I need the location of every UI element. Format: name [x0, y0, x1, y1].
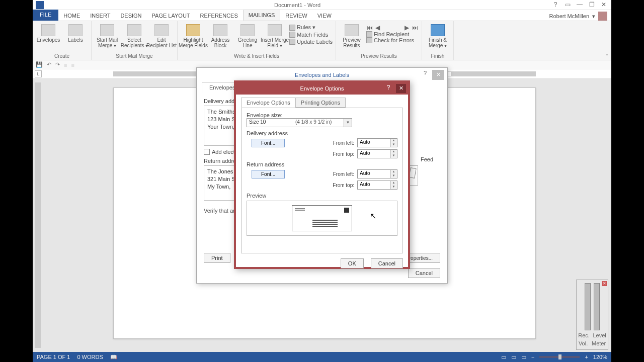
tab-review[interactable]: REVIEW — [280, 11, 312, 21]
tab-home[interactable]: HOME — [58, 11, 85, 21]
minimize-icon[interactable]: — — [575, 2, 584, 9]
highlight-merge-fields-button[interactable]: Highlight Merge Fields — [181, 22, 206, 52]
dialog1-title: Envelopes and Labels — [295, 72, 349, 78]
dialog1-close-icon[interactable]: ✕ — [432, 70, 444, 80]
view-web-icon[interactable]: ▭ — [521, 354, 526, 360]
rules-button[interactable]: Rules ▾ — [289, 24, 333, 31]
vertical-ruler[interactable] — [35, 82, 41, 348]
help-icon[interactable]: ? — [551, 2, 560, 9]
chevron-down-icon[interactable]: ▼ — [344, 119, 352, 127]
delivery-from-top-input[interactable]: Auto ▲▼ — [357, 149, 397, 158]
dialog2-help-icon[interactable]: ? — [384, 84, 393, 93]
recorder-widget[interactable]: ✕ Rec. Level Vol. Meter — [576, 280, 608, 350]
labels-button[interactable]: Labels — [63, 22, 88, 52]
collapse-ribbon-icon[interactable]: ˄ — [606, 53, 608, 59]
return-from-left-input[interactable]: Auto ▲▼ — [357, 169, 397, 178]
finish-merge-button[interactable]: Finish & Merge ▾ — [425, 22, 450, 52]
next-record-icon[interactable]: ▶ — [404, 24, 411, 31]
last-record-icon[interactable]: ⏭ — [412, 24, 419, 31]
align-center-icon[interactable]: ≡ — [71, 62, 74, 68]
restore-icon[interactable]: ❐ — [587, 2, 596, 9]
preview-results-button[interactable]: Preview Results — [339, 22, 364, 52]
align-left-icon[interactable]: ≡ — [64, 62, 67, 68]
zoom-slider[interactable] — [539, 356, 580, 358]
user-name[interactable]: Robert McMillen — [549, 13, 589, 19]
select-recipients-button[interactable]: Select Recipients ▾ — [122, 22, 147, 52]
page-count[interactable]: PAGE 1 OF 1 — [37, 354, 70, 360]
undo-icon[interactable]: ↶ — [47, 61, 51, 68]
return-group-label: Return address — [247, 161, 397, 167]
start-mail-merge-button[interactable]: Start Mail Merge ▾ — [95, 22, 120, 52]
tab-design[interactable]: DESIGN — [115, 11, 146, 21]
zoom-out-icon[interactable]: − — [531, 354, 534, 360]
user-dropdown-icon[interactable]: ▾ — [592, 13, 595, 20]
tab-insert[interactable]: INSERT — [85, 11, 115, 21]
ribbon: Envelopes Labels Create Start Mail Merge… — [33, 21, 611, 60]
ok-button[interactable]: OK — [341, 258, 364, 268]
delivery-from-left-input[interactable]: Auto ▲▼ — [357, 138, 397, 147]
update-labels-button[interactable]: Update Labels — [289, 39, 333, 45]
zoom-in-icon[interactable]: + — [585, 354, 588, 360]
first-record-icon[interactable]: ⏮ — [366, 24, 373, 31]
return-from-top-input[interactable]: Auto ▲▼ — [357, 180, 397, 190]
spin-up-icon[interactable]: ▲ — [390, 139, 397, 143]
greeting-line-button[interactable]: Greeting Line — [235, 22, 260, 52]
envelopes-button[interactable]: Envelopes — [36, 22, 61, 52]
close-icon[interactable]: ✕ — [599, 2, 608, 9]
dialog2-cancel-button[interactable]: Cancel — [371, 258, 403, 268]
envelope-preview-icon — [292, 205, 352, 231]
delivery-font-button[interactable]: Font... — [252, 139, 285, 147]
dialog2-close-icon[interactable]: ✕ — [396, 84, 406, 93]
return-from-left-label: From left: — [327, 171, 354, 177]
save-icon[interactable]: 💾 — [36, 61, 43, 68]
check-errors-button[interactable]: Check for Errors — [366, 37, 419, 43]
insert-merge-field-button[interactable]: Insert Merge Field ▾ — [262, 22, 287, 52]
spin-up-icon[interactable]: ▲ — [390, 150, 397, 154]
prev-record-icon[interactable]: ◀ — [374, 24, 381, 31]
proofing-icon[interactable]: 📖 — [110, 354, 117, 360]
window-title: Document1 - Word — [44, 2, 551, 8]
ribbon-tabs: FILE HOME INSERT DESIGN PAGE LAYOUT REFE… — [33, 10, 611, 21]
envelope-options-dialog: Envelope Options ? ✕ Envelope Options Pr… — [234, 80, 410, 269]
envelope-size-label: Envelope size: — [247, 112, 397, 118]
avatar[interactable] — [598, 12, 607, 21]
find-recipient-button[interactable]: Find Recipient — [366, 31, 419, 37]
word-count[interactable]: 0 WORDS — [77, 354, 103, 360]
return-font-button[interactable]: Font... — [252, 170, 285, 178]
delivery-from-top-label: From top: — [327, 151, 354, 157]
tab-page-layout[interactable]: PAGE LAYOUT — [147, 11, 195, 21]
spin-down-icon[interactable]: ▼ — [390, 154, 397, 158]
tab-selector[interactable]: L — [35, 70, 42, 77]
word-window: Document1 - Word ? ▭ — ❐ ✕ FILE HOME INS… — [33, 0, 611, 362]
tab-references[interactable]: REFERENCES — [195, 11, 243, 21]
group-finish-label: Finish — [425, 52, 450, 60]
spin-up-icon[interactable]: ▲ — [390, 170, 397, 174]
redo-icon[interactable]: ↷ — [55, 61, 60, 68]
zoom-level[interactable]: 120% — [593, 354, 607, 360]
tab-view[interactable]: VIEW — [312, 11, 337, 21]
tab-file[interactable]: FILE — [33, 10, 58, 21]
view-print-icon[interactable]: ▭ — [511, 354, 516, 360]
spin-down-icon[interactable]: ▼ — [390, 143, 397, 147]
edit-recipient-list-button[interactable]: Edit Recipient List — [149, 22, 174, 52]
ribbon-display-icon[interactable]: ▭ — [563, 2, 572, 9]
dialog1-help-icon[interactable]: ? — [420, 70, 430, 80]
tab-mailings[interactable]: MAILINGS — [243, 10, 281, 21]
add-electronic-postage-checkbox[interactable] — [204, 149, 210, 155]
title-bar: Document1 - Word ? ▭ — ❐ ✕ — [33, 0, 611, 10]
meter-label: Meter — [592, 340, 606, 346]
spin-up-icon[interactable]: ▲ — [390, 181, 397, 185]
delivery-group-label: Delivery address — [247, 130, 397, 136]
match-fields-button[interactable]: Match Fields — [289, 32, 333, 38]
tab-printing-options[interactable]: Printing Options — [295, 98, 346, 108]
spin-down-icon[interactable]: ▼ — [390, 185, 397, 189]
recorder-close-icon[interactable]: ✕ — [602, 281, 607, 286]
address-block-button[interactable]: Address Block — [208, 22, 233, 52]
view-read-icon[interactable]: ▭ — [501, 354, 506, 360]
tab-envelope-options[interactable]: Envelope Options — [241, 98, 296, 108]
group-start-label: Start Mail Merge — [95, 52, 174, 60]
spin-down-icon[interactable]: ▼ — [390, 174, 397, 178]
dialog1-cancel-button[interactable]: Cancel — [408, 268, 440, 278]
print-button[interactable]: Print — [204, 253, 230, 263]
envelope-size-combo[interactable]: Size 10 (4 1/8 x 9 1/2 in) ▼ — [247, 118, 352, 127]
